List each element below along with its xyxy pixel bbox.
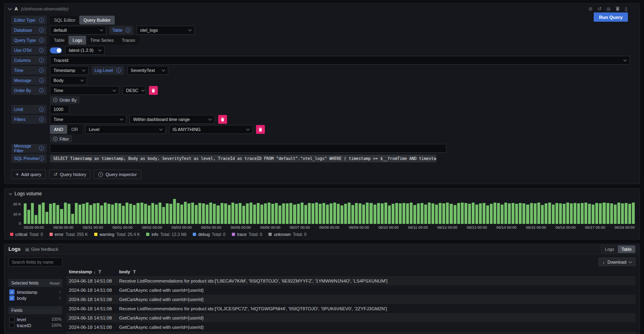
query-inspector-button[interactable]: Query inspector bbox=[94, 170, 141, 179]
info-icon[interactable] bbox=[39, 48, 44, 53]
table-row[interactable]: 2024-06-18 14:51:08GetCartAsync called w… bbox=[66, 313, 636, 322]
info-icon[interactable] bbox=[39, 88, 44, 93]
selected-field-item[interactable]: body bbox=[8, 295, 62, 301]
view-table-button[interactable]: Table bbox=[618, 246, 635, 253]
give-feedback-link[interactable]: Give feedback bbox=[25, 247, 58, 252]
query-type-table[interactable]: Table bbox=[50, 36, 68, 45]
query-history-button[interactable]: Query history bbox=[49, 170, 91, 179]
run-query-button[interactable]: Run Query bbox=[594, 12, 628, 22]
query-history-icon[interactable] bbox=[597, 6, 601, 11]
table-row[interactable]: 2024-06-18 14:51:08GetCartAsync called w… bbox=[66, 332, 636, 334]
timestamp-column-header[interactable]: timestamp bbox=[66, 269, 118, 274]
volume-bar bbox=[115, 203, 118, 224]
otel-version-select[interactable]: latest (1.2.9) bbox=[65, 46, 105, 55]
info-icon[interactable] bbox=[126, 28, 130, 33]
delete-query-icon[interactable] bbox=[615, 6, 620, 12]
drag-handle-icon[interactable] bbox=[59, 296, 62, 300]
info-icon[interactable] bbox=[39, 68, 44, 73]
add-order-by-button[interactable]: Order By bbox=[50, 96, 80, 104]
database-select[interactable]: default bbox=[50, 26, 106, 35]
info-icon[interactable] bbox=[39, 58, 44, 63]
disable-query-icon[interactable] bbox=[588, 6, 592, 11]
x-tick-label: 06/14 00:00 bbox=[496, 225, 516, 229]
field-item[interactable]: level100% bbox=[8, 316, 62, 322]
drag-handle-icon[interactable] bbox=[625, 6, 627, 11]
info-icon[interactable] bbox=[39, 78, 44, 83]
sql-editor-option[interactable]: SQL Editor bbox=[50, 16, 79, 25]
logs-volume-header[interactable]: Logs volume bbox=[9, 191, 635, 197]
filter-icon[interactable] bbox=[98, 270, 102, 274]
info-icon[interactable] bbox=[39, 156, 44, 161]
query-type-logs[interactable]: Logs bbox=[68, 36, 86, 45]
add-filter-button[interactable]: Filter bbox=[50, 135, 72, 143]
order-by-field-select[interactable]: Time bbox=[50, 86, 119, 95]
and-option[interactable]: AND bbox=[50, 125, 67, 134]
view-logs-button[interactable]: Logs bbox=[601, 246, 618, 253]
field-checkbox-checked[interactable] bbox=[9, 289, 14, 295]
legend-item[interactable]: debugTotal: 0 bbox=[193, 232, 225, 237]
search-fields-input[interactable] bbox=[8, 258, 62, 266]
table-row[interactable]: 2024-06-18 14:51:08GetCartAsync called w… bbox=[66, 295, 636, 304]
volume-bar bbox=[35, 215, 37, 224]
download-button[interactable]: Download bbox=[599, 258, 636, 266]
collapse-query-chevron-icon[interactable] bbox=[8, 6, 12, 10]
remove-order-by-button[interactable] bbox=[149, 86, 158, 95]
hide-response-icon[interactable] bbox=[606, 6, 610, 11]
info-icon[interactable] bbox=[39, 107, 44, 112]
info-icon[interactable] bbox=[39, 38, 44, 43]
sql-preview-label: SQL Preview bbox=[11, 154, 47, 163]
body-column-header[interactable]: body bbox=[118, 269, 636, 274]
use-otel-toggle[interactable] bbox=[50, 47, 62, 53]
table-select[interactable]: otel_logs bbox=[136, 26, 195, 35]
table-row[interactable]: 2024-06-18 14:51:08Receive ListRecommend… bbox=[66, 304, 636, 313]
volume-bar bbox=[104, 203, 107, 224]
legend-item[interactable]: warningTotal: 25.4 K bbox=[94, 232, 140, 237]
filter-icon[interactable] bbox=[132, 270, 136, 274]
legend-total: Total: 25.4 K bbox=[116, 232, 140, 237]
or-option[interactable]: OR bbox=[67, 125, 82, 134]
legend-item[interactable]: infoTotal: 12.3 Mil bbox=[146, 232, 186, 237]
info-icon[interactable] bbox=[39, 18, 44, 23]
filter2-operator-select[interactable]: IS ANYTHING bbox=[169, 125, 253, 134]
field-checkbox-unchecked[interactable] bbox=[9, 317, 14, 322]
table-row[interactable]: 2024-06-18 14:51:08Receive ListRecommend… bbox=[66, 276, 636, 285]
query-type-traces[interactable]: Traces bbox=[118, 36, 139, 45]
legend-item[interactable]: unknownTotal: 0 bbox=[268, 232, 306, 237]
filter-operator-select[interactable]: Within dashboard time range bbox=[130, 115, 215, 124]
field-checkbox-checked[interactable] bbox=[9, 295, 14, 301]
info-icon[interactable] bbox=[39, 117, 44, 122]
columns-multiselect[interactable]: TraceId bbox=[50, 56, 630, 65]
message-column-select[interactable]: Body bbox=[50, 76, 87, 85]
legend-item[interactable]: traceTotal: 0 bbox=[232, 232, 262, 237]
query-builder-option[interactable]: Query Builder bbox=[79, 16, 114, 25]
filter-field-select[interactable]: Time bbox=[50, 115, 126, 124]
field-checkbox-unchecked[interactable] bbox=[9, 323, 14, 328]
sort-desc-icon[interactable] bbox=[92, 269, 96, 274]
legend-item[interactable]: criticalTotal: 0 bbox=[10, 232, 43, 237]
remove-filter-button[interactable] bbox=[218, 115, 227, 124]
order-by-direction-select[interactable]: DESC bbox=[122, 86, 146, 95]
add-query-button[interactable]: Add query bbox=[11, 170, 46, 179]
log-level-select[interactable]: SeverityText bbox=[127, 66, 168, 75]
volume-bar bbox=[519, 203, 522, 224]
table-row[interactable]: 2024-06-18 14:51:08GetCartAsync called w… bbox=[66, 322, 636, 332]
remove-filter2-button[interactable] bbox=[256, 125, 265, 134]
field-item[interactable]: traceID100% bbox=[8, 322, 62, 328]
table-row[interactable]: 2024-06-18 14:51:08GetCartAsync called w… bbox=[66, 285, 636, 295]
info-icon[interactable] bbox=[116, 68, 121, 73]
volume-bar bbox=[126, 203, 128, 224]
message-filter-input[interactable] bbox=[50, 144, 446, 153]
query-type-time-series[interactable]: Time Series bbox=[86, 36, 118, 45]
filter2-field-select[interactable]: Level bbox=[85, 125, 166, 134]
info-icon[interactable] bbox=[39, 146, 44, 151]
limit-input[interactable] bbox=[50, 105, 69, 114]
time-column-select[interactable]: Timestamp bbox=[50, 66, 89, 75]
add-filter-row: Filter bbox=[50, 135, 630, 143]
selected-field-item[interactable]: timestamp bbox=[8, 289, 62, 295]
legend-item[interactable]: errorTotal: 255 K bbox=[50, 232, 88, 237]
info-icon[interactable] bbox=[39, 28, 44, 33]
drag-handle-icon[interactable] bbox=[59, 290, 62, 294]
x-tick-label: 06/11 00:00 bbox=[408, 225, 427, 229]
collapse-volume-chevron-icon[interactable] bbox=[9, 191, 12, 195]
reset-fields-button[interactable]: Reset bbox=[50, 281, 60, 285]
